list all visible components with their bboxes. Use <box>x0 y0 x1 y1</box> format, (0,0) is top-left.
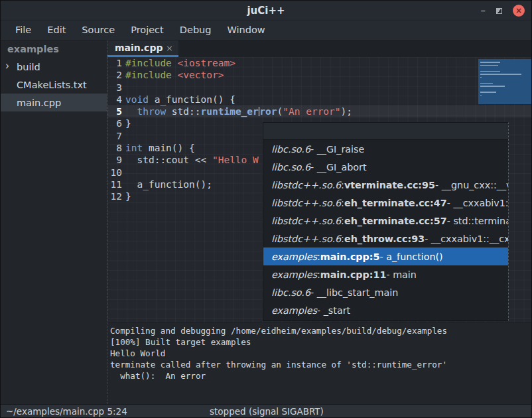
backtrace-item[interactable]: libc.so.6 - __libc_start_main <box>263 283 508 301</box>
minimap-line <box>480 62 500 63</box>
terminal-line: terminate called after throwing an insta… <box>110 359 531 370</box>
frame-library: libc.so.6 <box>271 144 310 155</box>
sidebar-item-build[interactable]: ›build <box>1 58 107 76</box>
tab-main-cpp[interactable]: main.cpp × <box>107 40 178 57</box>
menu-window[interactable]: Window <box>219 22 273 39</box>
code-segment: } <box>125 118 131 129</box>
file-label: CMakeLists.txt <box>17 80 87 90</box>
minimize-button[interactable]: – <box>481 7 486 14</box>
backtrace-item[interactable]: libstdc++.so.6:vterminate.cc:95 - __gnu_… <box>263 176 508 194</box>
close-button[interactable]: × <box>513 5 525 17</box>
frame-library: libstdc++.so.6 <box>271 216 341 226</box>
code-line: 3 <box>107 82 531 94</box>
frame-function: - main <box>386 269 416 280</box>
frame-function: - __cxxabiv1::__tern <box>447 198 508 208</box>
frame-location: main.cpp:11 <box>320 269 387 280</box>
code-segment: a_function(); <box>125 179 212 190</box>
code-segment: <iostream> <box>178 58 235 68</box>
backtrace-item[interactable]: examples:main.cpp:11 - main <box>263 265 508 283</box>
menu-project[interactable]: Project <box>123 22 172 39</box>
frame-function: - __GI_abort <box>310 162 367 173</box>
code-line: 5 throw std::runtime_error("An error"); <box>107 105 531 117</box>
code-segment: std:: <box>166 106 200 117</box>
code-segment: throw <box>137 106 166 117</box>
file-tree: ›buildCMakeLists.txtmain.cpp <box>1 58 107 111</box>
line-number: 8 <box>107 142 125 154</box>
frame-function: - a_function() <box>380 251 443 262</box>
window-title: juCi++ <box>1 5 531 17</box>
minimap-line <box>480 95 482 96</box>
frame-library: libc.so.6 <box>271 162 310 173</box>
frame-location: main.cpp:5 <box>320 251 380 262</box>
backtrace-item[interactable]: libc.so.6 - __GI_abort <box>263 158 508 176</box>
chevron-right-icon: › <box>5 58 9 73</box>
code-segment: ror <box>259 106 277 117</box>
terminal-line: Hello World <box>110 348 531 359</box>
menubar: FileEditSourceProjectDebugWindow <box>1 21 531 40</box>
code-text: int main() { <box>125 142 195 154</box>
line-number: 2 <box>107 69 125 81</box>
code-segment: } <box>125 191 131 202</box>
code-segment: void <box>125 94 149 105</box>
code-segment: #include <box>125 58 178 68</box>
backtrace-item[interactable]: libstdc++.so.6:eh_throw.cc:93 - __cxxabi… <box>263 230 508 247</box>
line-number: 5 <box>107 105 125 117</box>
terminal-line: [100%] Built target examples <box>110 336 531 348</box>
backtrace-item[interactable]: libstdc++.so.6:eh_terminate.cc:57 - std:… <box>263 212 508 230</box>
code-text: void a_function() { <box>125 94 235 105</box>
frame-library: examples <box>271 251 317 262</box>
code-segment: "Hello W <box>212 155 259 165</box>
backtrace-item[interactable]: examples:main.cpp:5 - a_function() <box>263 247 508 265</box>
titlebar[interactable]: juCi++ – × <box>1 1 531 21</box>
line-number: 7 <box>107 130 125 142</box>
sidebar-item-main-cpp[interactable]: main.cpp <box>1 94 107 111</box>
backtrace-item[interactable]: libc.so.6 - __GI_raise <box>263 140 508 158</box>
file-label: main.cpp <box>17 98 61 108</box>
line-number: 9 <box>107 154 125 166</box>
frame-library: libstdc++.so.6 <box>271 234 341 244</box>
code-text: std::cout << "Hello W <box>125 154 259 166</box>
sidebar-item-cmakelists-txt[interactable]: CMakeLists.txt <box>1 76 107 94</box>
backtrace-popup: libc.so.6 - __GI_raiselibc.so.6 - __GI_a… <box>263 122 509 321</box>
frame-library: libstdc++.so.6 <box>271 180 341 190</box>
minimap-line <box>480 83 493 84</box>
sidebar-header: examples <box>1 40 107 58</box>
frame-location: eh_terminate.cc:57 <box>344 216 447 226</box>
line-number: 3 <box>107 82 125 94</box>
code-segment: int <box>125 143 143 153</box>
file-label: build <box>17 62 40 72</box>
minimap-line <box>480 77 482 78</box>
code-segment: runtime_er <box>201 106 259 117</box>
line-number: 4 <box>107 94 125 105</box>
minimap-line <box>480 65 498 66</box>
backtrace-item[interactable]: examples - _start <box>263 301 508 319</box>
minimap-line <box>480 74 521 75</box>
frame-function: - __gnu_cxx::__verbos <box>435 180 508 190</box>
menu-source[interactable]: Source <box>74 22 123 39</box>
frame-function: - __libc_start_main <box>310 287 398 298</box>
backtrace-item[interactable]: libstdc++.so.6:eh_terminate.cc:47 - __cx… <box>263 194 508 212</box>
code-line: 2#include <vector> <box>107 69 531 81</box>
backtrace-list: libc.so.6 - __GI_raiselibc.so.6 - __GI_a… <box>263 140 508 320</box>
terminal-line: what(): An error <box>110 370 531 382</box>
frame-library: libc.so.6 <box>271 287 310 298</box>
restore-icon[interactable] <box>496 8 502 14</box>
code-line: 4void a_function() { <box>107 94 531 105</box>
menu-file[interactable]: File <box>7 22 39 39</box>
window-controls: – × <box>481 1 525 21</box>
frame-location: eh_throw.cc:93 <box>344 234 425 244</box>
code-text: } <box>125 117 131 129</box>
menu-edit[interactable]: Edit <box>39 22 74 39</box>
source-overview-minimap[interactable] <box>478 59 531 104</box>
code-segment <box>125 106 137 117</box>
code-segment: a_function() { <box>149 94 235 105</box>
backtrace-search-input[interactable] <box>263 123 508 140</box>
frame-function: - std::terminate() <box>447 216 508 226</box>
terminal-output[interactable]: Compiling and debugging /home/eidheim/ex… <box>107 322 531 404</box>
code-segment: "An error" <box>283 106 340 117</box>
juci-window: juCi++ – × FileEditSourceProjectDebugWin… <box>0 0 532 418</box>
tab-close-icon[interactable]: × <box>166 43 173 53</box>
code-segment: main() { <box>143 143 195 153</box>
menu-debug[interactable]: Debug <box>172 22 220 39</box>
tabbar: main.cpp × <box>107 40 531 57</box>
